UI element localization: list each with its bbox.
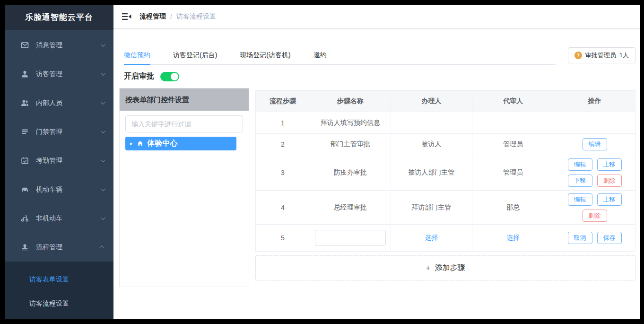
sidebar-item-attendance[interactable]: 考勤管理 [5, 146, 113, 175]
sidebar-item-internal-staff[interactable]: 内部人员 [5, 88, 113, 117]
chevron-down-icon [101, 100, 105, 105]
column-header-handler: 办理人 [391, 91, 472, 112]
sidebar-item-label: 考勤管理 [36, 157, 62, 165]
cell-deputy [472, 112, 554, 134]
cell-deputy: 管理员 [472, 134, 554, 155]
select-deputy-link[interactable]: 选择 [506, 234, 520, 241]
chevron-down-icon [101, 129, 105, 133]
cell-handler: 选择 [391, 225, 472, 252]
approval-toggle-switch[interactable] [160, 72, 179, 81]
cell-handler: 拜访部门主管 [391, 191, 472, 225]
chevron-down-icon [101, 186, 105, 191]
select-handler-link[interactable]: 选择 [425, 234, 438, 241]
tree-node-experience-center[interactable]: ▸ 体验中心 [125, 137, 236, 150]
column-header-step: 流程步骤 [256, 91, 310, 112]
tabs-nav: 微信预约 访客登记(后台) 现场登记(访客机) 邀约 [124, 46, 556, 65]
sidebar-item-message-management[interactable]: 消息管理 [5, 31, 113, 60]
table-header-row: 流程步骤 步骤名称 办理人 代审人 操作 [256, 91, 635, 112]
cell-step: 4 [256, 191, 310, 225]
non-motor-vehicle-icon [21, 214, 29, 222]
table-row: 4 总经理审批 拜访部门主管 邵总 编辑 上移 删除 [256, 191, 635, 225]
sidebar-item-label: 消息管理 [36, 41, 62, 50]
main-area: 流程管理 / 访客流程设置 微信预约 访客登记(后台) 现场登记(访客机) 邀约… [113, 5, 640, 319]
cell-step-name: 部门主管审批 [310, 134, 391, 155]
cell-step: 5 [256, 225, 310, 252]
app-title: 乐脸通智能云平台 [5, 5, 113, 30]
sidebar-item-visitor-form-settings[interactable]: 访客表单设置 [5, 267, 113, 291]
sidebar-item-label: 访客管理 [36, 70, 62, 79]
cell-step-name: 总经理审批 [310, 191, 391, 225]
sidebar-item-visitor-management[interactable]: 访客管理 [5, 60, 113, 88]
table-row: 3 防疫办审批 被访人部门主管 管理员 编辑 上移 下移 删除 [256, 155, 635, 191]
cancel-button[interactable]: 取消 [568, 232, 592, 244]
move-up-button[interactable]: 上移 [597, 193, 622, 206]
tab-onsite-register-kiosk[interactable]: 现场登记(访客机) [240, 46, 290, 64]
panel-body: ▸ 体验中心 [120, 111, 249, 155]
cell-actions: 编辑 上移 删除 [554, 191, 635, 225]
column-header-deputy: 代审人 [472, 91, 554, 112]
motor-vehicle-icon [21, 185, 29, 193]
chevron-down-icon [101, 158, 105, 162]
breadcrumb: 流程管理 / 访客流程设置 [139, 12, 216, 21]
sidebar-item-access-control[interactable]: 门禁管理 [5, 117, 113, 146]
cell-step: 3 [256, 155, 310, 191]
panel-title: 按表单部门控件设置 [120, 88, 249, 111]
chevron-down-icon [101, 71, 105, 76]
edit-button[interactable]: 编辑 [583, 138, 607, 150]
tab-invitation[interactable]: 邀约 [313, 46, 327, 64]
approval-switch-label: 开启审批 [124, 71, 154, 81]
breadcrumb-section[interactable]: 流程管理 [139, 12, 166, 21]
sidebar-item-visitor-process-settings[interactable]: 访客流程设置 [5, 291, 113, 315]
cell-step: 1 [256, 112, 310, 134]
approval-switch-row: 开启审批 [124, 71, 635, 81]
plus-icon: + [426, 263, 431, 273]
sidebar-submenu: 访客表单设置 访客流程设置 [5, 262, 113, 319]
sidebar-item-motor-vehicle[interactable]: 机动车辆 [5, 175, 113, 204]
topbar: 流程管理 / 访客流程设置 [113, 5, 640, 29]
columns: 按表单部门控件设置 ▸ 体验中心 [119, 88, 635, 287]
cell-step-name [310, 225, 391, 252]
step-name-input[interactable] [315, 230, 386, 246]
approval-admin-badge[interactable]: ? 审批管理员 1人 [568, 47, 635, 63]
move-down-button[interactable]: 下移 [568, 175, 592, 187]
sidebar-item-non-motor-vehicle[interactable]: 非机动车 [5, 204, 113, 233]
cell-step-name: 防疫办审批 [310, 155, 391, 191]
move-up-button[interactable]: 上移 [597, 158, 622, 171]
approval-admin-count: 1人 [619, 51, 629, 60]
sidebar-item-label: 非机动车 [36, 214, 62, 223]
cell-handler [391, 112, 472, 134]
tabs-row: 微信预约 访客登记(后台) 现场登记(访客机) 邀约 ? 审批管理员 1人 [124, 46, 635, 65]
save-button[interactable]: 保存 [597, 232, 622, 244]
tree-node-label: 体验中心 [148, 139, 178, 149]
caret-right-icon: ▸ [130, 140, 133, 147]
delete-button[interactable]: 删除 [583, 210, 607, 222]
process-steps-section: 流程步骤 步骤名称 办理人 代审人 操作 1 拜访人填写预约信息 [255, 90, 635, 280]
add-step-label: 添加步骤 [435, 263, 465, 273]
internal-staff-icon [21, 99, 29, 107]
tab-wechat-reservation[interactable]: 微信预约 [124, 46, 150, 64]
edit-button[interactable]: 编辑 [568, 193, 592, 206]
app-window: 乐脸通智能云平台 消息管理 访客管理 内部人员 [5, 5, 640, 319]
home-icon [137, 140, 144, 147]
delete-button[interactable]: 删除 [597, 175, 622, 187]
cell-actions [554, 112, 635, 134]
table-row: 1 拜访人填写预约信息 [256, 112, 635, 134]
cell-deputy: 管理员 [472, 155, 554, 191]
department-control-panel: 按表单部门控件设置 ▸ 体验中心 [119, 88, 249, 287]
add-step-button[interactable]: + 添加步骤 [255, 255, 635, 280]
table-row-editing: 5 选择 选择 [256, 225, 635, 252]
chevron-up-icon [99, 245, 104, 250]
sidebar-menu: 消息管理 访客管理 内部人员 门禁 [5, 30, 113, 262]
sidebar-item-process-management[interactable]: 流程管理 [5, 233, 113, 262]
cell-handler: 被访人 [391, 134, 472, 155]
cell-handler: 被访人部门主管 [391, 155, 472, 191]
tab-visitor-register-backend[interactable]: 访客登记(后台) [173, 46, 217, 64]
chevron-down-icon [101, 215, 105, 220]
edit-button[interactable]: 编辑 [568, 158, 592, 171]
sidebar-item-label: 内部人员 [36, 99, 62, 107]
process-steps-table: 流程步骤 步骤名称 办理人 代审人 操作 1 拜访人填写预约信息 [255, 90, 635, 252]
keyword-filter-input[interactable] [125, 115, 243, 132]
collapse-sidebar-icon[interactable] [122, 13, 131, 20]
column-header-step-name: 步骤名称 [310, 91, 391, 112]
cell-step: 2 [256, 134, 310, 155]
